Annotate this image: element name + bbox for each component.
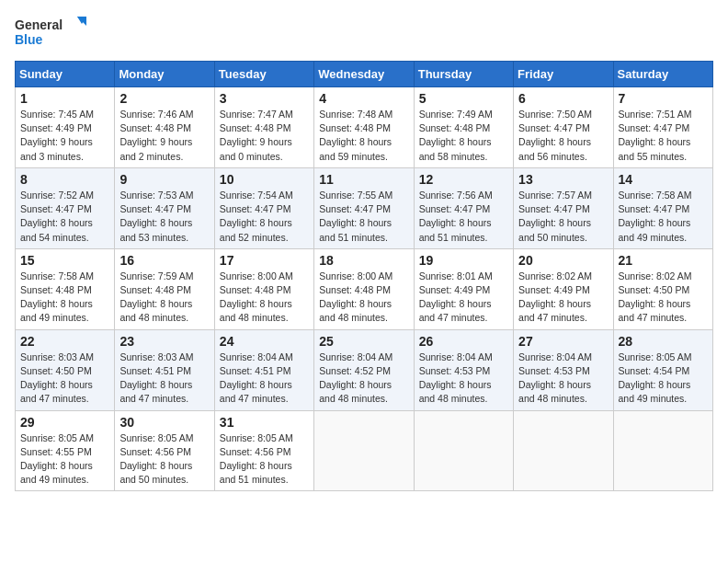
calendar-table: SundayMondayTuesdayWednesdayThursdayFrid… bbox=[15, 61, 713, 491]
calendar-cell: 18 Sunrise: 8:00 AMSunset: 4:48 PMDaylig… bbox=[314, 248, 414, 329]
calendar-cell: 2 Sunrise: 7:46 AMSunset: 4:48 PMDayligh… bbox=[115, 87, 214, 168]
day-number: 14 bbox=[619, 172, 708, 187]
calendar-cell: 4 Sunrise: 7:48 AMSunset: 4:48 PMDayligh… bbox=[314, 87, 414, 168]
calendar-cell: 23 Sunrise: 8:03 AMSunset: 4:51 PMDaylig… bbox=[115, 329, 214, 410]
weekday-header-friday: Friday bbox=[514, 62, 613, 87]
weekday-header-thursday: Thursday bbox=[414, 62, 513, 87]
day-number: 22 bbox=[20, 334, 109, 349]
calendar-cell: 30 Sunrise: 8:05 AMSunset: 4:56 PMDaylig… bbox=[115, 410, 214, 491]
day-info: Sunrise: 7:49 AMSunset: 4:48 PMDaylight:… bbox=[419, 108, 508, 164]
day-number: 6 bbox=[518, 91, 608, 106]
day-number: 5 bbox=[419, 91, 508, 106]
day-number: 18 bbox=[319, 253, 408, 268]
calendar-cell: 12 Sunrise: 7:56 AMSunset: 4:47 PMDaylig… bbox=[414, 167, 513, 248]
day-info: Sunrise: 8:05 AMSunset: 4:56 PMDaylight:… bbox=[220, 431, 309, 488]
day-info: Sunrise: 8:00 AMSunset: 4:48 PMDaylight:… bbox=[319, 270, 408, 326]
day-number: 23 bbox=[119, 334, 209, 349]
day-number: 2 bbox=[119, 91, 209, 106]
day-info: Sunrise: 7:59 AMSunset: 4:48 PMDaylight:… bbox=[119, 270, 209, 326]
calendar-cell: 19 Sunrise: 8:01 AMSunset: 4:49 PMDaylig… bbox=[414, 248, 513, 329]
calendar-cell: 26 Sunrise: 8:04 AMSunset: 4:53 PMDaylig… bbox=[414, 329, 513, 410]
calendar-cell: 11 Sunrise: 7:55 AMSunset: 4:47 PMDaylig… bbox=[314, 167, 414, 248]
day-number: 30 bbox=[119, 415, 209, 430]
day-number: 8 bbox=[20, 172, 109, 187]
calendar-week-1: 1 Sunrise: 7:45 AMSunset: 4:49 PMDayligh… bbox=[16, 87, 713, 168]
weekday-header-wednesday: Wednesday bbox=[314, 62, 414, 87]
day-info: Sunrise: 7:48 AMSunset: 4:48 PMDaylight:… bbox=[319, 108, 408, 164]
day-number: 11 bbox=[319, 172, 408, 187]
calendar-cell: 31 Sunrise: 8:05 AMSunset: 4:56 PMDaylig… bbox=[214, 410, 313, 491]
day-info: Sunrise: 8:04 AMSunset: 4:53 PMDaylight:… bbox=[518, 350, 608, 407]
day-info: Sunrise: 8:04 AMSunset: 4:52 PMDaylight:… bbox=[319, 350, 408, 407]
calendar-cell: 6 Sunrise: 7:50 AMSunset: 4:47 PMDayligh… bbox=[514, 87, 613, 168]
day-number: 26 bbox=[419, 334, 508, 349]
day-info: Sunrise: 7:52 AMSunset: 4:47 PMDaylight:… bbox=[20, 189, 109, 245]
day-number: 20 bbox=[518, 253, 608, 268]
day-number: 3 bbox=[220, 91, 309, 106]
day-info: Sunrise: 8:01 AMSunset: 4:49 PMDaylight:… bbox=[419, 270, 508, 326]
calendar-cell: 14 Sunrise: 7:58 AMSunset: 4:47 PMDaylig… bbox=[613, 167, 712, 248]
day-info: Sunrise: 7:58 AMSunset: 4:47 PMDaylight:… bbox=[619, 189, 708, 245]
weekday-header-sunday: Sunday bbox=[16, 62, 115, 87]
day-number: 7 bbox=[619, 91, 708, 106]
day-info: Sunrise: 7:46 AMSunset: 4:48 PMDaylight:… bbox=[119, 108, 209, 164]
day-number: 16 bbox=[119, 253, 209, 268]
weekday-header-tuesday: Tuesday bbox=[214, 62, 313, 87]
day-info: Sunrise: 8:05 AMSunset: 4:56 PMDaylight:… bbox=[119, 431, 209, 488]
day-number: 12 bbox=[419, 172, 508, 187]
calendar-cell: 17 Sunrise: 8:00 AMSunset: 4:48 PMDaylig… bbox=[214, 248, 313, 329]
calendar-cell bbox=[514, 410, 613, 491]
calendar-cell: 3 Sunrise: 7:47 AMSunset: 4:48 PMDayligh… bbox=[214, 87, 313, 168]
day-number: 1 bbox=[20, 91, 109, 106]
weekday-header-monday: Monday bbox=[115, 62, 214, 87]
calendar-cell: 16 Sunrise: 7:59 AMSunset: 4:48 PMDaylig… bbox=[115, 248, 214, 329]
day-number: 9 bbox=[119, 172, 209, 187]
day-info: Sunrise: 8:04 AMSunset: 4:53 PMDaylight:… bbox=[419, 350, 508, 407]
calendar-cell bbox=[613, 410, 712, 491]
page-header: General Blue bbox=[15, 15, 713, 50]
day-info: Sunrise: 8:03 AMSunset: 4:51 PMDaylight:… bbox=[119, 350, 209, 407]
day-number: 24 bbox=[220, 334, 309, 349]
logo-svg: General Blue bbox=[15, 15, 88, 50]
calendar-cell: 7 Sunrise: 7:51 AMSunset: 4:47 PMDayligh… bbox=[613, 87, 712, 168]
calendar-week-4: 22 Sunrise: 8:03 AMSunset: 4:50 PMDaylig… bbox=[16, 329, 713, 410]
calendar-week-2: 8 Sunrise: 7:52 AMSunset: 4:47 PMDayligh… bbox=[16, 167, 713, 248]
day-info: Sunrise: 7:58 AMSunset: 4:48 PMDaylight:… bbox=[20, 270, 109, 326]
calendar-cell: 25 Sunrise: 8:04 AMSunset: 4:52 PMDaylig… bbox=[314, 329, 414, 410]
day-info: Sunrise: 8:03 AMSunset: 4:50 PMDaylight:… bbox=[20, 350, 109, 407]
calendar-cell: 24 Sunrise: 8:04 AMSunset: 4:51 PMDaylig… bbox=[214, 329, 313, 410]
day-info: Sunrise: 8:00 AMSunset: 4:48 PMDaylight:… bbox=[220, 270, 309, 326]
calendar-cell: 9 Sunrise: 7:53 AMSunset: 4:47 PMDayligh… bbox=[115, 167, 214, 248]
calendar-cell: 1 Sunrise: 7:45 AMSunset: 4:49 PMDayligh… bbox=[16, 87, 115, 168]
calendar-cell bbox=[314, 410, 414, 491]
day-info: Sunrise: 7:53 AMSunset: 4:47 PMDaylight:… bbox=[119, 189, 209, 245]
calendar-cell: 27 Sunrise: 8:04 AMSunset: 4:53 PMDaylig… bbox=[514, 329, 613, 410]
calendar-cell: 10 Sunrise: 7:54 AMSunset: 4:47 PMDaylig… bbox=[214, 167, 313, 248]
day-number: 25 bbox=[319, 334, 408, 349]
calendar-week-3: 15 Sunrise: 7:58 AMSunset: 4:48 PMDaylig… bbox=[16, 248, 713, 329]
day-number: 15 bbox=[20, 253, 109, 268]
day-number: 10 bbox=[220, 172, 309, 187]
day-info: Sunrise: 8:05 AMSunset: 4:55 PMDaylight:… bbox=[20, 431, 109, 488]
calendar-cell: 20 Sunrise: 8:02 AMSunset: 4:49 PMDaylig… bbox=[514, 248, 613, 329]
calendar-cell: 21 Sunrise: 8:02 AMSunset: 4:50 PMDaylig… bbox=[613, 248, 712, 329]
day-info: Sunrise: 7:47 AMSunset: 4:48 PMDaylight:… bbox=[220, 108, 309, 164]
day-info: Sunrise: 7:57 AMSunset: 4:47 PMDaylight:… bbox=[518, 189, 608, 245]
day-number: 4 bbox=[319, 91, 408, 106]
day-info: Sunrise: 8:04 AMSunset: 4:51 PMDaylight:… bbox=[220, 350, 309, 407]
weekday-header-saturday: Saturday bbox=[613, 62, 712, 87]
day-info: Sunrise: 7:56 AMSunset: 4:47 PMDaylight:… bbox=[419, 189, 508, 245]
day-number: 28 bbox=[619, 334, 708, 349]
day-info: Sunrise: 7:45 AMSunset: 4:49 PMDaylight:… bbox=[20, 108, 109, 164]
day-info: Sunrise: 8:02 AMSunset: 4:50 PMDaylight:… bbox=[619, 270, 708, 326]
day-info: Sunrise: 8:05 AMSunset: 4:54 PMDaylight:… bbox=[619, 350, 708, 407]
svg-text:Blue: Blue bbox=[15, 32, 43, 47]
day-number: 27 bbox=[518, 334, 608, 349]
day-number: 21 bbox=[619, 253, 708, 268]
day-info: Sunrise: 7:54 AMSunset: 4:47 PMDaylight:… bbox=[220, 189, 309, 245]
day-number: 13 bbox=[518, 172, 608, 187]
day-info: Sunrise: 8:02 AMSunset: 4:49 PMDaylight:… bbox=[518, 270, 608, 326]
calendar-cell: 22 Sunrise: 8:03 AMSunset: 4:50 PMDaylig… bbox=[16, 329, 115, 410]
calendar-cell: 15 Sunrise: 7:58 AMSunset: 4:48 PMDaylig… bbox=[16, 248, 115, 329]
day-info: Sunrise: 7:55 AMSunset: 4:47 PMDaylight:… bbox=[319, 189, 408, 245]
